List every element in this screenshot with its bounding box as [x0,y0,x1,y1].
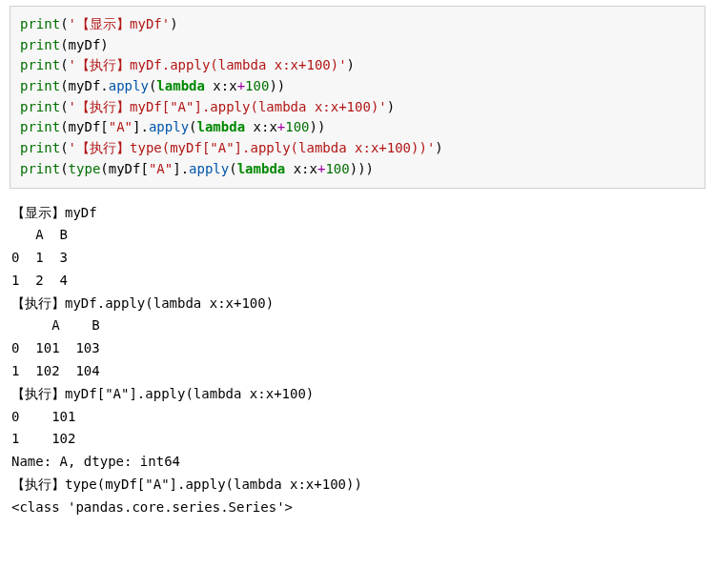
print-fn: print [20,37,60,52]
code-line-1: print('【显示】myDf') [20,16,178,31]
code-line-3: print('【执行】myDf.apply(lambda x:x+100)') [20,57,355,72]
print-fn: print [20,78,60,93]
code-line-6: print(myDf["A"].apply(lambda x:x+100)) [20,119,325,134]
print-fn: print [20,16,60,31]
print-fn: print [20,119,60,134]
print-fn: print [20,161,60,176]
notebook-cell-pair: print('【显示】myDf') print(myDf) print('【执行… [0,0,715,529]
code-line-2: print(myDf) [20,37,109,52]
code-input-cell: print('【显示】myDf') print(myDf) print('【执行… [10,6,705,189]
code-line-8: print(type(myDf["A"].apply(lambda x:x+10… [20,161,374,176]
stdout-output: 【显示】myDf A B 0 1 3 1 2 4 【执行】myDf.apply(… [10,202,705,519]
print-fn: print [20,140,60,155]
print-fn: print [20,99,60,114]
code-line-4: print(myDf.apply(lambda x:x+100)) [20,78,285,93]
code-line-5: print('【执行】myDf["A"].apply(lambda x:x+10… [20,99,395,114]
print-fn: print [20,57,60,72]
code-line-7: print('【执行】type(myDf["A"].apply(lambda x… [20,140,443,155]
